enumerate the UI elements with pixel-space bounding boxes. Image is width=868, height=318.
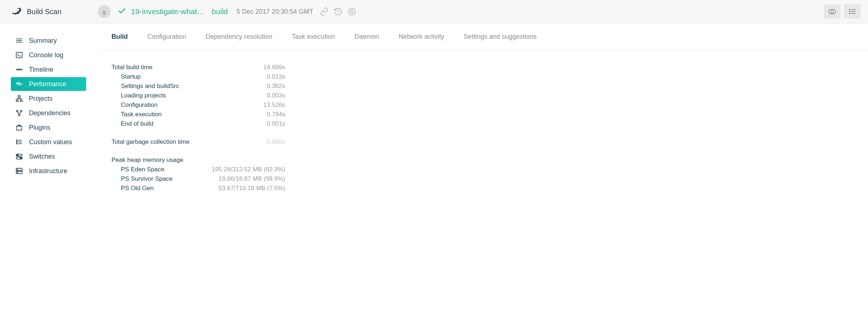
svg-point-7 (849, 11, 850, 12)
app-title: Build Scan (27, 8, 62, 16)
svg-line-2 (352, 12, 353, 13)
view-mode-buttons (824, 4, 861, 19)
svg-point-45 (17, 169, 18, 170)
ps-survivor-row: PS Survivor Space 18.86/18.87 MB (99.9%) (111, 174, 285, 184)
sidebar-item-projects[interactable]: Projects (11, 92, 86, 105)
svg-point-40 (17, 155, 18, 156)
sidebar-item-label: Console log (29, 51, 63, 59)
metric-value: 53.67/716.18 MB (7.5%) (219, 185, 285, 192)
metric-value: 0.003s (267, 92, 285, 99)
plugins-icon (15, 124, 23, 131)
metric-value: 14.689s (264, 64, 286, 71)
metric-label: PS Survivor Space (111, 175, 173, 183)
custom-values-icon (15, 138, 23, 146)
metric-label: Total build time (111, 64, 152, 71)
svg-point-5 (849, 9, 850, 10)
tab-dependency-resolution[interactable]: Dependency resolution (206, 33, 272, 41)
end-of-build-row: End of build 0.001s (111, 119, 285, 129)
metric-label: Peak heap memory usage (111, 156, 183, 164)
metric-label: PS Old Gen (111, 185, 154, 192)
svg-rect-22 (16, 100, 18, 102)
task-execution-row: Task execution 0.784s (111, 110, 285, 119)
sidebar-item-label: Switches (29, 153, 55, 160)
metric-label: Loading projects (111, 92, 166, 99)
performance-tabs: Build Configuration Dependency resolutio… (97, 24, 868, 50)
sidebar-item-label: Summary (29, 37, 57, 45)
sidebar-item-label: Performance (29, 80, 66, 88)
tab-network-activity[interactable]: Network activity (399, 33, 444, 41)
sidebar-item-infrastructure[interactable]: Infrastructure (11, 164, 86, 178)
sidebar-item-console-log[interactable]: Console log (11, 48, 86, 62)
configuration-row: Configuration 13.526s (111, 100, 285, 110)
total-build-time-row: Total build time 14.689s (111, 63, 285, 72)
sidebar: Summary Console log Timeline Performance… (0, 24, 97, 193)
metric-value: 0.362s (267, 83, 285, 90)
svg-point-28 (16, 110, 18, 112)
sidebar-item-label: Custom values (29, 138, 72, 146)
build-timestamp: 5 Dec 2017 20:30:54 GMT (236, 8, 313, 16)
svg-point-46 (17, 172, 18, 173)
sidebar-item-timeline[interactable]: Timeline (11, 63, 86, 76)
avatar-initial: g (103, 9, 106, 15)
dependencies-icon (15, 109, 23, 117)
metric-label: Configuration (111, 101, 157, 109)
svg-point-9 (849, 13, 850, 14)
sidebar-item-custom-values[interactable]: Custom values (11, 135, 86, 149)
sidebar-item-label: Plugins (29, 124, 50, 131)
avatar[interactable]: g (98, 5, 111, 18)
main-content: Build Configuration Dependency resolutio… (97, 24, 868, 193)
metric-label: Task execution (111, 111, 161, 118)
topbar: Build Scan g 19-investigate-what… build … (0, 0, 868, 24)
metric-value: 18.86/18.87 MB (99.9%) (219, 175, 285, 183)
svg-line-31 (18, 112, 19, 114)
sidebar-item-label: Timeline (29, 66, 53, 74)
metric-label: End of build (111, 120, 153, 127)
success-check-icon (117, 6, 127, 17)
projects-icon (15, 95, 23, 102)
metric-value: 0.000s (267, 138, 285, 146)
metric-value: 195.24/313.52 MB (62.3%) (212, 166, 285, 173)
metric-label: PS Eden Space (111, 166, 164, 173)
sidebar-item-label: Projects (29, 95, 52, 102)
svg-rect-14 (16, 53, 22, 58)
sidebar-item-summary[interactable]: Summary (11, 34, 86, 47)
sidebar-item-plugins[interactable]: Plugins (11, 121, 86, 134)
sidebar-item-switches[interactable]: Switches (11, 150, 86, 163)
timeline-icon (15, 66, 23, 74)
console-icon (15, 51, 23, 59)
link-icon[interactable] (320, 7, 329, 16)
svg-point-29 (20, 110, 22, 112)
sidebar-item-label: Dependencies (29, 109, 71, 117)
task-name[interactable]: build (212, 7, 228, 16)
search-hex-icon[interactable] (347, 7, 356, 16)
tab-daemon[interactable]: Daemon (354, 33, 379, 41)
sidebar-item-performance[interactable]: Performance (11, 77, 86, 91)
list-view-button[interactable] (844, 4, 861, 19)
summary-icon (15, 37, 23, 45)
branch-name[interactable]: 19-investigate-what… (131, 7, 205, 16)
gc-time-row: Total garbage collection time 0.000s (111, 137, 285, 147)
sidebar-item-label: Infrastructure (29, 167, 67, 175)
svg-point-1 (350, 10, 353, 12)
tab-settings-suggestions[interactable]: Settings and suggestions (464, 33, 536, 41)
metric-value: 0.784s (267, 111, 285, 118)
metric-value: 0.001s (267, 120, 285, 127)
tab-configuration[interactable]: Configuration (147, 33, 186, 41)
tab-task-execution[interactable]: Task execution (292, 33, 335, 41)
svg-rect-23 (20, 100, 22, 102)
metrics-panel: Total build time 14.689s Startup 0.013s … (97, 50, 285, 193)
metric-value: 0.013s (267, 73, 285, 80)
infrastructure-icon (15, 167, 23, 175)
metric-label: Settings and buildSrc (111, 83, 179, 90)
compare-view-button[interactable] (824, 4, 840, 19)
svg-point-42 (20, 158, 22, 159)
svg-point-37 (16, 143, 17, 144)
ps-eden-row: PS Eden Space 195.24/313.52 MB (62.3%) (111, 165, 285, 174)
history-icon[interactable] (334, 7, 342, 16)
loading-projects-row: Loading projects 0.003s (111, 91, 285, 100)
ps-old-gen-row: PS Old Gen 53.67/716.18 MB (7.5%) (111, 184, 285, 193)
metric-label: Total garbage collection time (111, 138, 189, 146)
metric-value: 13.526s (264, 101, 286, 109)
sidebar-item-dependencies[interactable]: Dependencies (11, 106, 86, 120)
tab-build[interactable]: Build (111, 33, 128, 41)
